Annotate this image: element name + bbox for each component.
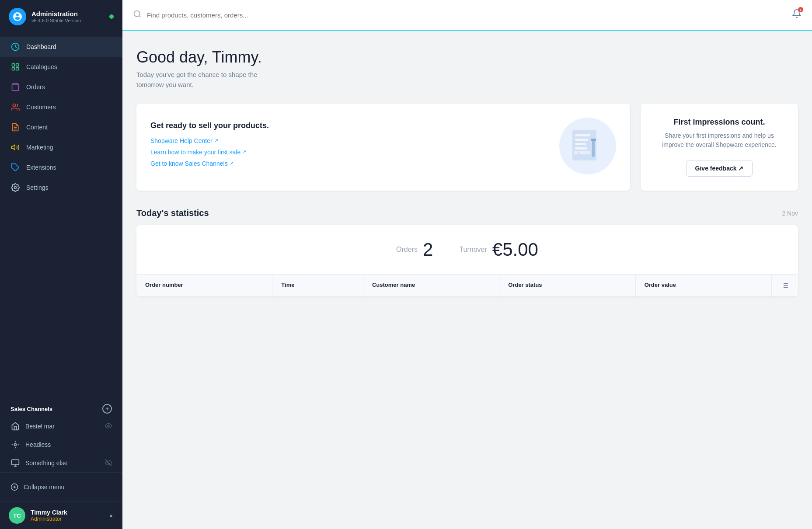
eye-icon bbox=[105, 422, 112, 431]
svg-point-11 bbox=[14, 187, 17, 189]
svg-rect-24 bbox=[575, 139, 588, 141]
turnover-stat: Turnover €5.00 bbox=[459, 239, 538, 260]
channel-label: Headless bbox=[25, 441, 51, 448]
svg-rect-14 bbox=[12, 460, 19, 465]
th-time: Time bbox=[272, 275, 363, 296]
orders-icon bbox=[10, 82, 20, 92]
th-actions bbox=[772, 275, 798, 296]
svg-rect-30 bbox=[591, 139, 596, 141]
turnover-label: Turnover bbox=[459, 246, 487, 254]
svg-rect-23 bbox=[575, 134, 590, 136]
svg-rect-29 bbox=[592, 139, 595, 157]
svg-point-13 bbox=[14, 444, 17, 446]
orders-stat: Orders 2 bbox=[396, 239, 433, 260]
sidebar-item-label: Customers bbox=[26, 104, 56, 111]
marketing-icon bbox=[10, 143, 20, 152]
sidebar-item-catalogues[interactable]: Catalogues bbox=[0, 57, 122, 77]
collapse-label: Collapse menu bbox=[24, 484, 64, 491]
sidebar-item-marketing[interactable]: Marketing bbox=[0, 137, 122, 157]
search-input[interactable] bbox=[147, 11, 785, 19]
stats-numbers: Orders 2 Turnover €5.00 bbox=[136, 225, 798, 274]
main-content: 1 Good day, Timmy. Today you've got the … bbox=[122, 0, 812, 529]
sidebar-item-settings[interactable]: Settings bbox=[0, 177, 122, 198]
svg-rect-26 bbox=[575, 147, 587, 150]
stats-title: Today's statistics bbox=[136, 208, 209, 218]
orders-table-header: Order number Time Customer name Order st… bbox=[136, 274, 798, 296]
sidebar-item-label: Content bbox=[26, 124, 48, 131]
svg-line-21 bbox=[139, 15, 141, 17]
sidebar-item-label: Settings bbox=[26, 184, 49, 191]
channel-item-bestelmar[interactable]: Bestel mar bbox=[0, 417, 122, 435]
first-sale-link[interactable]: Learn how to make your first sale ↗ bbox=[150, 149, 549, 156]
th-customer-name: Customer name bbox=[363, 275, 499, 296]
th-order-status: Order status bbox=[499, 275, 635, 296]
catalogues-icon bbox=[10, 62, 20, 72]
info-cards: Get ready to sell your products. Shopwar… bbox=[136, 104, 798, 191]
svg-rect-4 bbox=[16, 68, 19, 70]
sell-products-card: Get ready to sell your products. Shopwar… bbox=[136, 104, 630, 191]
give-feedback-button[interactable]: Give feedback ↗ bbox=[686, 160, 753, 177]
greeting-subtitle: Today you've got the chance to shape the… bbox=[136, 70, 798, 90]
feedback-card-text: Share your first impressions and help us… bbox=[655, 131, 784, 150]
feedback-card-title: First impressions count. bbox=[673, 118, 765, 127]
svg-marker-9 bbox=[12, 145, 15, 150]
turnover-value: €5.00 bbox=[492, 239, 538, 260]
search-icon bbox=[133, 10, 142, 21]
help-center-link[interactable]: Shopware Help Center ↗ bbox=[150, 137, 549, 144]
search-bar bbox=[133, 10, 785, 21]
svg-point-12 bbox=[108, 425, 109, 427]
channel-item-headless[interactable]: Headless bbox=[0, 435, 122, 454]
sidebar-item-label: Extensions bbox=[26, 164, 56, 171]
orders-label: Orders bbox=[396, 246, 418, 254]
brand-name: Administration bbox=[31, 10, 81, 18]
channel-item-something-else[interactable]: Something else bbox=[0, 454, 122, 472]
stats-header: Today's statistics 2 Nov bbox=[136, 208, 798, 218]
orders-value: 2 bbox=[423, 239, 433, 260]
main-nav: Dashboard Catalogues Orders bbox=[0, 33, 122, 397]
sidebar-item-label: Dashboard bbox=[26, 43, 56, 50]
brand-version: v6.4.6.0 Stable Version bbox=[31, 18, 81, 23]
svg-rect-28 bbox=[579, 151, 590, 154]
svg-rect-25 bbox=[575, 143, 586, 145]
th-order-value: Order value bbox=[636, 275, 772, 296]
headless-icon bbox=[10, 440, 20, 449]
svg-rect-27 bbox=[574, 151, 578, 154]
sidebar-item-content[interactable]: Content bbox=[0, 117, 122, 137]
th-order-number: Order number bbox=[136, 275, 272, 296]
sidebar-item-label: Marketing bbox=[26, 144, 53, 151]
external-link-icon: ↗ bbox=[230, 160, 233, 166]
svg-rect-3 bbox=[12, 68, 15, 70]
add-channel-button[interactable]: + bbox=[102, 404, 112, 414]
sidebar-item-customers[interactable]: Customers bbox=[0, 97, 122, 117]
stats-card: Orders 2 Turnover €5.00 Order number Tim… bbox=[136, 225, 798, 296]
greeting-title: Good day, Timmy. bbox=[136, 48, 798, 66]
notification-button[interactable]: 1 bbox=[792, 9, 802, 21]
brand-logo bbox=[9, 8, 26, 25]
stats-date: 2 Nov bbox=[782, 210, 798, 217]
user-expand-button[interactable]: ▲ bbox=[108, 512, 114, 519]
user-avatar: TC bbox=[9, 507, 25, 524]
extensions-icon bbox=[10, 163, 20, 172]
sidebar-item-orders[interactable]: Orders bbox=[0, 77, 122, 97]
sales-channels-title: Sales Channels bbox=[10, 406, 52, 412]
sidebar-item-label: Orders bbox=[26, 84, 45, 90]
sales-channels-link[interactable]: Get to know Sales Channels ↗ bbox=[150, 160, 549, 167]
settings-icon bbox=[10, 183, 20, 192]
channel-label: Something else bbox=[25, 459, 68, 466]
svg-rect-2 bbox=[16, 64, 19, 66]
sidebar-footer: Collapse menu bbox=[0, 472, 122, 501]
sidebar-header: Administration v6.4.6.0 Stable Version bbox=[0, 0, 122, 33]
sidebar-item-dashboard[interactable]: Dashboard bbox=[0, 37, 122, 57]
svg-rect-1 bbox=[12, 64, 15, 66]
channel-label: Bestel mar bbox=[25, 423, 55, 430]
user-section: TC Timmy Clark Administrator ▲ bbox=[0, 501, 122, 529]
collapse-menu-button[interactable]: Collapse menu bbox=[10, 480, 112, 494]
notification-badge: 1 bbox=[798, 7, 803, 12]
eye-icon bbox=[105, 459, 112, 467]
card-illustration bbox=[559, 118, 616, 174]
sales-channels-section: Sales Channels + Bestel mar Headl bbox=[0, 397, 122, 472]
external-link-icon: ↗ bbox=[214, 138, 218, 143]
storefront-icon bbox=[10, 421, 20, 431]
content-icon bbox=[10, 122, 20, 132]
sidebar-item-extensions[interactable]: Extensions bbox=[0, 157, 122, 177]
